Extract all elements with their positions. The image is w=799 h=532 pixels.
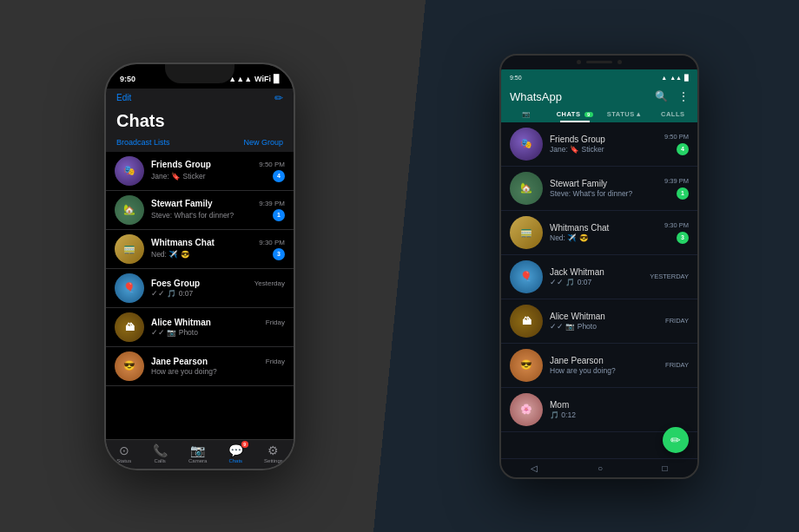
avatar: 🎭 [510,128,543,161]
ios-chat-list: 🎭 Friends Group 9:50 PM Jane: 🔖 Sticker … [106,152,294,386]
ios-edit-button[interactable]: Edit [116,93,131,102]
list-item[interactable]: 🏔 Alice Whitman Friday ✓✓ 📷 Photo [106,308,294,347]
list-item[interactable]: 🎈 Jack Whitman ✓✓ 🎵 0:07 YESTERDAY [501,255,697,299]
list-item[interactable]: 🏡 Stewart Family 9:39 PM Steve: What's f… [106,191,294,230]
calls-tab-label: CALLS [661,110,685,118]
list-item[interactable]: 🚃 Whitmans Chat Ned: ✈️ 😎 9:30 PM 3 [501,211,697,255]
ios-statusbar-right: ▲▲▲ WiFi ▉ [228,75,280,83]
android-statusbar: 9:50 ▲ ▲▲ ▉ [501,69,697,85]
unread-badge: 3 [273,248,285,260]
avatar: 🎈 [115,273,144,303]
chat-preview: Steve: What's for dinner? [550,189,654,198]
unread-badge: 4 [273,170,285,182]
tab-camera[interactable]: 📷 [501,107,551,122]
battery-icon: ▉ [274,75,280,83]
chat-meta: FRIDAY [665,317,689,325]
avatar-initials: 😎 [510,349,543,382]
avatar-initials: 🏔 [510,305,543,338]
settings-label: Settings [264,458,283,463]
avatar: 🏔 [115,312,144,342]
list-item[interactable]: 😎 Jane Pearson How are you doing? FRIDAY [501,344,697,388]
front-camera [577,60,581,64]
tab-calls[interactable]: CALLS [649,107,698,122]
ios-broadcast-link[interactable]: Broadcast Lists [116,138,170,147]
chat-meta: 9:50 PM 4 [664,133,689,155]
list-item[interactable]: 🚃 Whitmans Chat 9:30 PM Ned: ✈️ 😎 3 [106,230,294,269]
signal-icon: ▲▲ [670,75,682,81]
chat-preview: Jane: 🔖 Sticker [550,145,654,154]
ios-nav-camera[interactable]: 📷 Camera [188,443,207,463]
search-icon[interactable]: 🔍 [655,90,668,102]
more-icon[interactable]: ⋮ [678,90,689,102]
chat-time: YESTERDAY [650,273,689,280]
android-device: 9:50 ▲ ▲▲ ▉ WhatsApp 🔍 ⋮ 📷 [499,54,699,479]
avatar-initials: 😎 [115,351,144,381]
avatar: 🚃 [510,216,543,249]
chat-time: 9:39 PM [664,177,689,185]
list-item[interactable]: 🏔 Alice Whitman ✓✓ 📷 Photo FRIDAY [501,299,697,344]
chat-info: Jane Pearson Friday How are you doing? [151,357,285,376]
android-nav-recent[interactable]: □ [663,463,668,473]
list-item[interactable]: 🎭 Friends Group Jane: 🔖 Sticker 9:50 PM … [501,122,697,167]
chat-time: 9:39 PM [259,200,285,207]
ios-bottom-nav: ⊙ Status 📞 Calls 📷 Camera 💬 Chats ⚙ [106,439,294,469]
tab-status[interactable]: STATUS ▴ [599,107,649,122]
chat-preview: Ned: ✈️ 😎 [151,250,190,259]
camera-label: Camera [188,458,207,463]
settings-icon: ⚙ [267,443,279,457]
android-tabs: 📷 CHATS 9 STATUS ▴ CALLS [501,103,697,122]
avatar-initials: 🚃 [115,234,144,264]
avatar: 🌸 [510,393,543,426]
avatar-initials: 🏔 [115,312,144,342]
chat-name: Jane Pearson [550,356,658,365]
chats-label: Chats [228,458,242,463]
chat-preview: ✓✓ 📷 Photo [550,322,654,331]
chat-info: Friends Group 9:50 PM Jane: 🔖 Sticker 4 [151,160,285,182]
chat-meta: 9:39 PM 1 [664,177,689,200]
android-header: WhatsApp 🔍 ⋮ [501,85,697,103]
chat-preview-row: Ned: ✈️ 😎 3 [151,248,285,260]
chat-name-row: Stewart Family 9:39 PM [151,199,285,208]
chat-name: Stewart Family [151,199,213,208]
android-fab[interactable]: ✏ [663,427,689,453]
chat-name: Jack Whitman [550,267,643,277]
speaker [586,61,612,63]
avatar: 🏡 [510,172,543,205]
ios-chats-title: Chats [116,111,283,131]
unread-badge: 1 [273,209,285,221]
list-item[interactable]: 🎭 Friends Group 9:50 PM Jane: 🔖 Sticker … [106,152,294,191]
ios-nav-calls[interactable]: 📞 Calls [153,443,168,463]
chat-name: Jane Pearson [151,357,208,366]
chat-time: 9:50 PM [259,161,285,168]
android-nav-home[interactable]: ○ [598,463,603,473]
chat-preview: Ned: ✈️ 😎 [550,233,654,242]
tab-chats[interactable]: CHATS 9 [551,107,600,122]
ios-compose-icon[interactable]: ✏ [274,92,283,104]
list-item[interactable]: 🏡 Stewart Family Steve: What's for dinne… [501,167,697,211]
chat-name-row: Alice Whitman Friday [151,318,285,327]
android-top-bar [501,56,697,69]
chat-info: Whitmans Chat 9:30 PM Ned: ✈️ 😎 3 [151,238,285,260]
android-screen: 9:50 ▲ ▲▲ ▉ WhatsApp 🔍 ⋮ 📷 [501,56,697,477]
list-item[interactable]: 🌸 Mom 🎵 0:12 [501,388,697,432]
list-item[interactable]: 😎 Jane Pearson Friday How are you doing? [106,347,294,386]
ios-nav-status[interactable]: ⊙ Status [116,443,131,463]
status-label: Status [116,458,131,463]
avatar-initials: 🏡 [510,172,543,205]
unread-badge: 4 [677,143,689,155]
android-statusbar-icons: ▲ ▲▲ ▉ [661,75,689,82]
chat-info: Foes Group Yesterday ✓✓ 🎵 0:07 [151,279,285,298]
ios-nav-chats[interactable]: 💬 Chats [228,443,243,463]
ios-newgroup-link[interactable]: New Group [243,138,283,147]
chat-info: Stewart Family 9:39 PM Steve: What's for… [151,199,285,221]
sensor [617,60,622,64]
chat-preview: 🎵 0:12 [550,410,654,419]
chat-time: FRIDAY [665,361,689,369]
chat-preview: ✓✓ 🎵 0:07 [151,289,193,298]
ios-nav-settings[interactable]: ⚙ Settings [264,443,283,463]
list-item[interactable]: 🎈 Foes Group Yesterday ✓✓ 🎵 0:07 [106,269,294,308]
ios-time: 9:50 [120,75,135,83]
wifi-icon: ▲ [661,75,667,81]
ios-header: Edit ✏ [106,89,294,109]
android-nav-back[interactable]: ◁ [531,463,538,473]
